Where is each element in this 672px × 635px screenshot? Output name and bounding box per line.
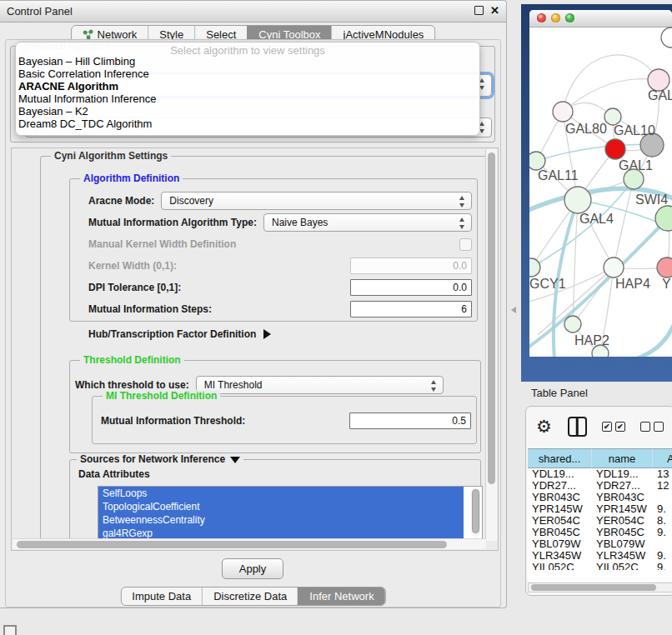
table-horizontal-scrollbar[interactable] bbox=[528, 582, 672, 592]
stepper-arrows-icon bbox=[459, 218, 466, 229]
table-row[interactable]: YBR045CYBR045C9. bbox=[528, 527, 672, 538]
algorithm-option[interactable]: Dream8 DC_TDC Algorithm bbox=[16, 118, 479, 130]
mi-algorithm-type-combobox[interactable]: Naive Bayes bbox=[263, 213, 472, 232]
float-window-icon[interactable] bbox=[474, 6, 484, 15]
network-node[interactable] bbox=[657, 258, 672, 278]
algorithm-option[interactable]: Bayesian – K2 bbox=[16, 105, 479, 118]
network-graph: GAL7GAL80GAL10GAL1GAL11SWI4GAL4GCY1HAP4Y… bbox=[529, 27, 672, 357]
network-node[interactable] bbox=[605, 139, 625, 159]
zoom-traffic-light[interactable] bbox=[565, 13, 574, 22]
data-attribute-option[interactable]: TopologicalCoefficient bbox=[98, 500, 464, 513]
data-attributes-label: Data Attributes bbox=[78, 468, 150, 480]
network-node-label: HAP4 bbox=[615, 277, 650, 291]
close-icon[interactable]: ✕ bbox=[490, 5, 499, 16]
expander-expanded-icon bbox=[230, 457, 240, 463]
table-row[interactable]: YDL19...YDL19...13 bbox=[528, 468, 672, 480]
table-cell: 9. bbox=[653, 550, 672, 562]
table-row[interactable]: YDR27...YDR27...12 bbox=[528, 480, 672, 492]
close-traffic-light[interactable] bbox=[537, 13, 546, 22]
minimized-panel-icon[interactable] bbox=[3, 625, 17, 635]
table-row[interactable]: YIL052CYIL052C9. bbox=[528, 562, 672, 570]
settings-horizontal-scrollbar[interactable] bbox=[13, 538, 486, 549]
network-node[interactable] bbox=[661, 28, 672, 48]
mi-threshold-label: Mutual Information Threshold: bbox=[101, 415, 245, 427]
table-cell: YDR27... bbox=[592, 480, 653, 492]
mi-threshold-field[interactable] bbox=[349, 412, 471, 429]
bottom-tab-impute-data[interactable]: Impute Data bbox=[121, 588, 202, 605]
network-node[interactable] bbox=[604, 108, 621, 125]
table-cell: 9. bbox=[653, 527, 672, 538]
table-row[interactable]: YBL079WYBL079W bbox=[528, 538, 672, 550]
gear-icon[interactable]: ⚙ bbox=[536, 418, 552, 436]
aracne-mode-combobox[interactable]: Discovery bbox=[161, 192, 472, 210]
threshold-definition-title: Threshold Definition bbox=[80, 354, 184, 366]
minimize-traffic-light[interactable] bbox=[551, 13, 560, 22]
table-cell: YER054C bbox=[592, 515, 653, 527]
table-cell: YBL079W bbox=[528, 538, 592, 550]
mi-steps-field[interactable] bbox=[350, 301, 472, 318]
algorithm-option[interactable]: Mutual Information Inference bbox=[16, 92, 479, 105]
algorithm-dropdown-list: Select algorithm to view settings Bayesi… bbox=[15, 42, 480, 136]
table-cell: YLR345W bbox=[528, 550, 592, 562]
hub-factor-expander[interactable]: Hub/Transcription Factor Definition bbox=[88, 328, 271, 340]
sources-title: Sources for Network Inference bbox=[80, 453, 225, 465]
which-threshold-value: MI Threshold bbox=[204, 379, 263, 391]
table-row[interactable]: YBR043CYBR043C bbox=[528, 492, 672, 503]
hub-factor-label: Hub/Transcription Factor Definition bbox=[88, 328, 256, 340]
table-cell: YPR145W bbox=[592, 503, 653, 515]
tab-label: Impute Data bbox=[132, 590, 191, 602]
network-canvas[interactable]: GAL7GAL80GAL10GAL1GAL11SWI4GAL4GCY1HAP4Y… bbox=[529, 27, 672, 357]
bottom-tab-infer-network[interactable]: Infer Network bbox=[298, 588, 384, 605]
aracne-mode-value: Discovery bbox=[169, 195, 213, 207]
which-threshold-combobox[interactable]: MI Threshold bbox=[196, 376, 444, 394]
list-vertical-scrollbar[interactable] bbox=[471, 488, 480, 537]
network-node-label: GAL10 bbox=[614, 123, 655, 138]
network-node[interactable] bbox=[553, 102, 573, 122]
network-node-label: Y bbox=[662, 277, 671, 291]
network-node-label: GCY1 bbox=[529, 277, 566, 291]
data-attribute-option[interactable]: SelfLoops bbox=[98, 487, 464, 500]
algorithm-option[interactable]: Bayesian – Hill Climbing bbox=[16, 55, 479, 68]
table-cell: YPR145W bbox=[528, 503, 592, 515]
which-threshold-label: Which threshold to use: bbox=[75, 379, 189, 391]
column-header[interactable]: name bbox=[592, 448, 653, 468]
split-pane-icon[interactable] bbox=[568, 417, 587, 437]
table-row[interactable]: YER054CYER054C8. bbox=[528, 515, 672, 527]
network-node-label: GAL11 bbox=[538, 168, 579, 182]
network-node[interactable] bbox=[604, 258, 624, 278]
data-attribute-option[interactable]: gal4RGexp bbox=[98, 527, 464, 539]
manual-kernel-width-label: Manual Kernel Width Definition bbox=[88, 238, 236, 250]
network-window-titlebar[interactable] bbox=[529, 10, 672, 28]
kernel-width-label: Kernel Width (0,1): bbox=[88, 260, 177, 272]
algorithm-option[interactable]: Basic Correlation Inference bbox=[16, 68, 479, 80]
manual-kernel-width-checkbox[interactable] bbox=[459, 238, 472, 251]
table-row[interactable]: YLR345WYLR345W9. bbox=[528, 550, 672, 562]
table-cell: YIL052C bbox=[528, 562, 592, 570]
sources-title-expander[interactable]: Sources for Network Inference bbox=[77, 453, 243, 465]
dpi-tolerance-field[interactable] bbox=[350, 279, 472, 296]
table-cell bbox=[653, 492, 672, 503]
deselect-all-checkboxes-icon[interactable] bbox=[640, 422, 664, 432]
data-attributes-list[interactable]: SelfLoopsTopologicalCoefficientBetweenne… bbox=[98, 486, 483, 539]
settings-vertical-scrollbar[interactable] bbox=[485, 149, 497, 541]
network-node[interactable] bbox=[529, 258, 540, 277]
network-node-label: SWI4 bbox=[635, 192, 668, 207]
network-node[interactable] bbox=[529, 152, 545, 170]
mi-steps-label: Mutual Information Steps: bbox=[88, 303, 212, 315]
network-node-label: GAL1 bbox=[619, 158, 653, 172]
network-view-window: GAL7GAL80GAL10GAL1GAL11SWI4GAL4GCY1HAP4Y… bbox=[529, 10, 672, 357]
data-attribute-option[interactable]: BetweennessCentrality bbox=[98, 513, 464, 527]
select-all-checkboxes-icon[interactable]: ✔✔ bbox=[602, 422, 625, 432]
network-node[interactable] bbox=[564, 316, 581, 332]
column-header[interactable]: A bbox=[653, 448, 672, 468]
table-cell: YBR045C bbox=[592, 527, 653, 538]
kernel-width-field[interactable] bbox=[350, 258, 472, 274]
network-node[interactable] bbox=[564, 187, 591, 213]
algorithm-option[interactable]: ARACNE Algorithm bbox=[16, 80, 479, 92]
apply-button[interactable]: Apply bbox=[222, 558, 283, 579]
panel-divider-handle[interactable] bbox=[511, 307, 516, 313]
table-row[interactable]: YPR145WYPR145W9. bbox=[528, 503, 672, 515]
column-header[interactable]: shared... bbox=[528, 448, 592, 468]
bottom-tab-discretize-data[interactable]: Discretize Data bbox=[202, 588, 298, 605]
table-cell: YDR27... bbox=[528, 480, 592, 492]
